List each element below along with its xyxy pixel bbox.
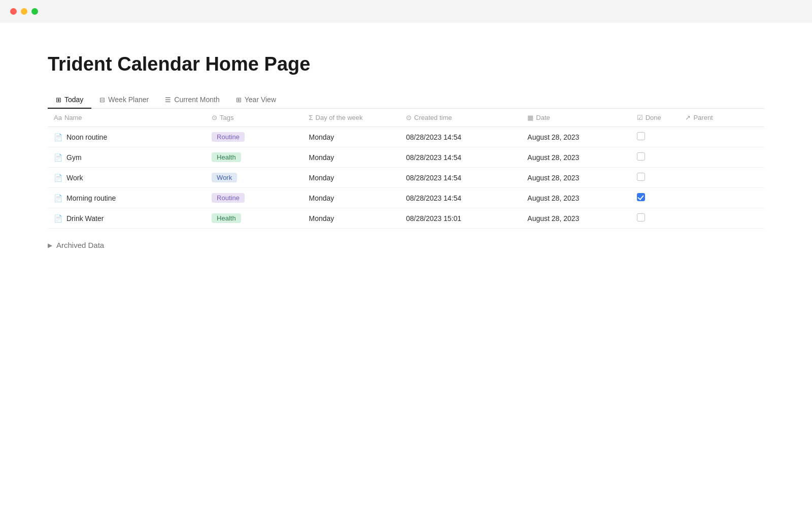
- checkbox-3[interactable]: [637, 193, 645, 201]
- table-row: 📄 Drink Water Health Monday 08/28/2023 1…: [48, 208, 764, 229]
- page-title: Trident Calendar Home Page: [48, 53, 764, 75]
- row-name-0[interactable]: Noon routine: [66, 133, 107, 141]
- tab-bar: ⊞ Today ⊟ Week Planer ☰ Current Month ⊞ …: [48, 91, 764, 109]
- doc-icon-2: 📄: [54, 174, 62, 182]
- table-row: 📄 Gym Health Monday 08/28/2023 14:54 Aug…: [48, 147, 764, 168]
- col-header-date: ▦ Date: [521, 109, 630, 127]
- table-row: 📄 Work Work Monday 08/28/2023 14:54 Augu…: [48, 168, 764, 188]
- cell-day-4: Monday: [303, 208, 400, 229]
- col-tags-label: Tags: [220, 114, 233, 121]
- row-created-2: 08/28/2023 14:54: [406, 174, 461, 182]
- cell-date-3: August 28, 2023: [521, 188, 630, 208]
- row-date-0: August 28, 2023: [527, 133, 579, 141]
- cell-day-2: Monday: [303, 168, 400, 188]
- cell-done-1: [631, 147, 680, 168]
- tab-year-view[interactable]: ⊞ Year View: [228, 91, 284, 109]
- tab-current-month[interactable]: ☰ Current Month: [157, 91, 227, 109]
- col-created-prefix: ⊙: [406, 114, 412, 121]
- cell-tags-4: Health: [206, 208, 302, 229]
- cell-created-1: 08/28/2023 14:54: [400, 147, 521, 168]
- doc-icon-1: 📄: [54, 153, 62, 162]
- col-header-name: Aa Name: [48, 109, 206, 127]
- cell-done-3: [631, 188, 680, 208]
- tab-week-label: Week Planer: [108, 96, 149, 104]
- cell-tags-1: Health: [206, 147, 302, 168]
- checkbox-2[interactable]: [637, 173, 645, 181]
- row-created-4: 08/28/2023 15:01: [406, 214, 461, 223]
- col-header-done: ☑ Done: [631, 109, 680, 127]
- cell-day-3: Monday: [303, 188, 400, 208]
- row-day-2: Monday: [309, 174, 334, 182]
- cell-created-2: 08/28/2023 14:54: [400, 168, 521, 188]
- cell-name-3: 📄 Morning routine: [48, 188, 206, 208]
- row-name-2[interactable]: Work: [66, 174, 83, 182]
- col-day-prefix: Σ: [309, 114, 313, 121]
- cell-parent-2: [679, 168, 764, 188]
- col-created-label: Created time: [414, 114, 452, 121]
- tab-today-label: Today: [64, 96, 83, 104]
- row-date-4: August 28, 2023: [527, 214, 579, 223]
- cell-date-0: August 28, 2023: [521, 127, 630, 147]
- tag-badge-1[interactable]: Health: [212, 152, 241, 162]
- col-name-label: Name: [64, 114, 82, 121]
- cell-done-2: [631, 168, 680, 188]
- row-name-3[interactable]: Morning routine: [66, 194, 116, 202]
- row-created-1: 08/28/2023 14:54: [406, 153, 461, 162]
- col-header-created: ⊙ Created time: [400, 109, 521, 127]
- col-header-day: Σ Day of the week: [303, 109, 400, 127]
- row-name-1[interactable]: Gym: [66, 153, 82, 162]
- cell-date-4: August 28, 2023: [521, 208, 630, 229]
- cell-name-2: 📄 Work: [48, 168, 206, 188]
- tab-month-icon: ☰: [165, 96, 171, 104]
- col-date-label: Date: [536, 114, 550, 121]
- row-date-2: August 28, 2023: [527, 174, 579, 182]
- archived-label: Archived Data: [56, 241, 104, 249]
- col-header-parent: ↗ Parent: [679, 109, 764, 127]
- minimize-button[interactable]: [21, 8, 27, 15]
- cell-day-1: Monday: [303, 147, 400, 168]
- tab-week-planer[interactable]: ⊟ Week Planer: [91, 91, 157, 109]
- tag-badge-0[interactable]: Routine: [212, 132, 245, 142]
- tag-badge-3[interactable]: Routine: [212, 193, 245, 203]
- doc-icon-4: 📄: [54, 214, 62, 223]
- row-day-1: Monday: [309, 153, 334, 162]
- col-tags-prefix: ⊙: [212, 114, 217, 121]
- tab-today[interactable]: ⊞ Today: [48, 91, 91, 109]
- col-parent-prefix: ↗: [685, 114, 691, 121]
- tag-badge-2[interactable]: Work: [212, 173, 237, 182]
- col-header-tags: ⊙ Tags: [206, 109, 302, 127]
- table-header-row: Aa Name ⊙ Tags Σ Day of the week: [48, 109, 764, 127]
- cell-created-4: 08/28/2023 15:01: [400, 208, 521, 229]
- tab-today-icon: ⊞: [56, 96, 61, 104]
- cell-done-0: [631, 127, 680, 147]
- checkbox-1[interactable]: [637, 152, 645, 161]
- row-created-3: 08/28/2023 14:54: [406, 194, 461, 202]
- tab-year-label: Year View: [245, 96, 276, 104]
- checkbox-0[interactable]: [637, 132, 645, 140]
- row-day-0: Monday: [309, 133, 334, 141]
- col-date-prefix: ▦: [527, 114, 533, 121]
- row-date-3: August 28, 2023: [527, 194, 579, 202]
- tag-badge-4[interactable]: Health: [212, 213, 241, 223]
- table-row: 📄 Morning routine Routine Monday 08/28/2…: [48, 188, 764, 208]
- col-done-prefix: ☑: [637, 114, 643, 121]
- cell-parent-0: [679, 127, 764, 147]
- table-row: 📄 Noon routine Routine Monday 08/28/2023…: [48, 127, 764, 147]
- archived-data-section[interactable]: ▶ Archived Data: [48, 241, 764, 249]
- archived-arrow-icon: ▶: [48, 242, 52, 249]
- row-created-0: 08/28/2023 14:54: [406, 133, 461, 141]
- maximize-button[interactable]: [31, 8, 38, 15]
- row-date-1: August 28, 2023: [527, 153, 579, 162]
- cell-created-0: 08/28/2023 14:54: [400, 127, 521, 147]
- row-name-4[interactable]: Drink Water: [66, 214, 104, 223]
- row-day-4: Monday: [309, 214, 334, 223]
- cell-day-0: Monday: [303, 127, 400, 147]
- cell-created-3: 08/28/2023 14:54: [400, 188, 521, 208]
- close-button[interactable]: [10, 8, 17, 15]
- col-done-label: Done: [646, 114, 661, 121]
- data-table: Aa Name ⊙ Tags Σ Day of the week: [48, 109, 764, 229]
- cell-parent-3: [679, 188, 764, 208]
- col-name-prefix: Aa: [54, 114, 62, 121]
- checkbox-4[interactable]: [637, 213, 645, 221]
- cell-date-1: August 28, 2023: [521, 147, 630, 168]
